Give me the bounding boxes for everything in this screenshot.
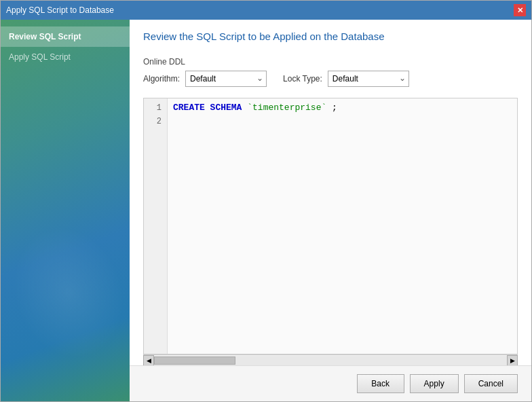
algorithm-label: Algorithm: bbox=[143, 74, 180, 84]
panel-title: Review the SQL Script to be Applied on t… bbox=[143, 31, 518, 42]
main-content: Review SQL Script Apply SQL Script Revie… bbox=[1, 20, 531, 401]
scroll-thumb[interactable] bbox=[154, 357, 235, 365]
algorithm-select-wrapper: Default Inplace Copy bbox=[185, 71, 267, 87]
footer: Back Apply Cancel bbox=[130, 365, 531, 401]
line-numbers: 1 2 bbox=[144, 98, 168, 354]
window-title: Apply SQL Script to Database bbox=[6, 5, 114, 15]
horizontal-scrollbar[interactable]: ◀ ▶ bbox=[143, 354, 518, 365]
apply-button[interactable]: Apply bbox=[410, 374, 459, 393]
locktype-label: Lock Type: bbox=[283, 74, 322, 84]
sidebar-item-label-review: Review SQL Script bbox=[9, 32, 81, 41]
panel-header: Review the SQL Script to be Applied on t… bbox=[130, 20, 531, 57]
locktype-select-wrapper: Default None Shared Exclusive bbox=[328, 71, 409, 87]
scroll-right-button[interactable]: ▶ bbox=[507, 355, 518, 366]
cancel-button[interactable]: Cancel bbox=[464, 374, 518, 393]
ddl-label: Online DDL bbox=[143, 57, 518, 67]
back-button[interactable]: Back bbox=[357, 374, 404, 393]
sidebar: Review SQL Script Apply SQL Script bbox=[1, 20, 130, 401]
line-num-1: 1 bbox=[149, 101, 162, 115]
ddl-row: Algorithm: Default Inplace Copy Lock Typ… bbox=[143, 71, 518, 87]
code-line-1: CREATE SCHEMA `timenterprise` ; bbox=[173, 101, 512, 115]
app-window: Apply SQL Script to Database ✕ Review SQ… bbox=[0, 0, 532, 402]
code-editor: 1 2 CREATE SCHEMA `timenterprise` ; bbox=[144, 98, 517, 354]
right-panel: Review the SQL Script to be Applied on t… bbox=[130, 20, 531, 401]
locktype-select[interactable]: Default None Shared Exclusive bbox=[328, 71, 409, 87]
keyword-create: CREATE SCHEMA bbox=[173, 103, 242, 113]
schema-name: `timenterprise` bbox=[247, 103, 326, 113]
code-content: CREATE SCHEMA `timenterprise` ; bbox=[168, 98, 517, 354]
sidebar-item-apply-sql[interactable]: Apply SQL Script bbox=[1, 47, 130, 67]
title-bar: Apply SQL Script to Database ✕ bbox=[1, 1, 531, 20]
line-num-2: 2 bbox=[149, 115, 162, 128]
close-button[interactable]: ✕ bbox=[514, 4, 526, 16]
scroll-track[interactable] bbox=[154, 356, 507, 365]
code-line-2 bbox=[173, 115, 512, 128]
code-editor-area[interactable]: 1 2 CREATE SCHEMA `timenterprise` ; bbox=[143, 98, 518, 354]
sidebar-item-label-apply: Apply SQL Script bbox=[9, 52, 71, 62]
scroll-left-button[interactable]: ◀ bbox=[143, 355, 154, 366]
sidebar-item-review-sql[interactable]: Review SQL Script bbox=[1, 26, 130, 47]
ddl-section: Online DDL Algorithm: Default Inplace Co… bbox=[130, 57, 531, 92]
algorithm-select[interactable]: Default Inplace Copy bbox=[185, 71, 267, 87]
